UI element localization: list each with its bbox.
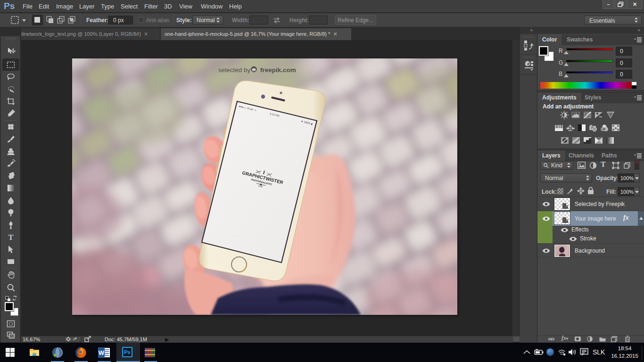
svg-text:W: W xyxy=(99,349,105,356)
svg-text:selected by: selected by xyxy=(218,66,251,74)
svg-text:T: T xyxy=(8,233,14,242)
svg-text:freepik.com: freepik.com xyxy=(260,66,296,74)
